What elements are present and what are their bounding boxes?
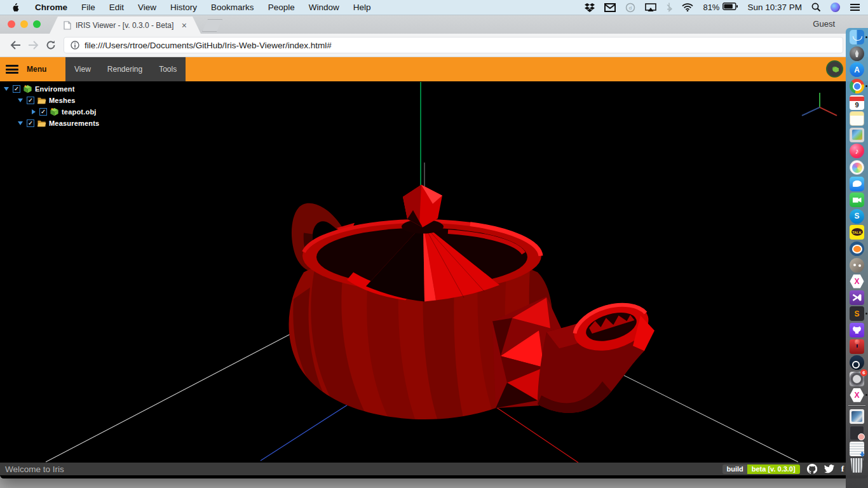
kakaotalk-icon: TALK bbox=[850, 225, 864, 240]
menubar-item-bookmarks[interactable]: Bookmarks bbox=[204, 3, 261, 12]
guest-profile-label[interactable]: Guest bbox=[813, 19, 835, 29]
scene-tree: ✓Enviroment✓Meshes✓teapot.obj✓Measuremen… bbox=[0, 83, 99, 129]
menubar-item-edit[interactable]: Edit bbox=[102, 3, 131, 12]
collapse-arrow-icon[interactable] bbox=[32, 109, 36, 114]
dock-item-app-store[interactable]: A bbox=[846, 62, 868, 78]
close-window-button[interactable] bbox=[8, 20, 15, 28]
bluetooth-icon[interactable] bbox=[666, 3, 672, 12]
dock-item-itunes[interactable]: ♪ bbox=[846, 143, 868, 159]
dock-item-skype[interactable]: S bbox=[846, 208, 868, 225]
document-screenshot-icon bbox=[850, 409, 864, 424]
new-tab-button[interactable] bbox=[202, 19, 222, 32]
tab-title: IRIS Viewer - [v. 0.3.0 - Beta] bbox=[76, 21, 177, 30]
dock-item-openemu[interactable] bbox=[846, 338, 868, 355]
spotlight-icon[interactable] bbox=[811, 3, 821, 12]
document-stack-icon bbox=[850, 442, 864, 456]
dock-item-gimp[interactable] bbox=[846, 257, 868, 273]
menubar-clock[interactable]: Sun 10:37 PM bbox=[747, 3, 802, 12]
dock-item-github-desktop[interactable] bbox=[846, 322, 868, 339]
running-indicator-dot bbox=[865, 85, 867, 87]
dock-item-document-stack[interactable] bbox=[846, 441, 868, 458]
menu-button[interactable]: Menu bbox=[27, 65, 46, 74]
expand-arrow-icon[interactable] bbox=[18, 121, 23, 125]
wifi-icon[interactable] bbox=[682, 3, 693, 11]
dock-item-sublime-text[interactable]: S bbox=[846, 306, 868, 322]
tree-row-measurements: ✓Measurements bbox=[0, 118, 99, 129]
zoom-window-button[interactable] bbox=[33, 20, 41, 28]
menubar-item-people[interactable]: People bbox=[261, 3, 302, 12]
page-info-icon[interactable] bbox=[71, 41, 79, 50]
visibility-checkbox[interactable]: ✓ bbox=[13, 85, 20, 93]
xamarin-studio-icon: X bbox=[850, 388, 864, 402]
back-button[interactable] bbox=[6, 36, 24, 54]
trash-icon bbox=[850, 458, 864, 473]
mail-icon[interactable] bbox=[604, 3, 616, 12]
app-tab-tools[interactable]: Tools bbox=[159, 65, 177, 74]
dock-item-chrome[interactable] bbox=[846, 78, 868, 95]
dock-item-facetime[interactable] bbox=[846, 192, 868, 208]
dock-item-calendar[interactable]: 9 bbox=[846, 94, 868, 111]
siri-icon[interactable] bbox=[831, 3, 840, 12]
forward-button[interactable] bbox=[24, 36, 42, 54]
expand-arrow-icon[interactable] bbox=[18, 98, 23, 102]
dock-item-finder[interactable] bbox=[846, 29, 868, 46]
dock-item-photos[interactable] bbox=[846, 159, 868, 176]
app-tab-view[interactable]: View bbox=[74, 65, 91, 74]
dropbox-icon[interactable] bbox=[585, 3, 595, 12]
3d-viewport-canvas[interactable] bbox=[0, 81, 868, 478]
3d-viewport[interactable]: ✓Enviroment✓Meshes✓teapot.obj✓Measuremen… bbox=[0, 81, 868, 478]
dock-item-document-dark[interactable] bbox=[846, 424, 868, 441]
menubar-item-window[interactable]: Window bbox=[302, 3, 346, 12]
dock-item-visual-studio[interactable] bbox=[846, 290, 868, 306]
dock-item-notes[interactable] bbox=[846, 111, 868, 127]
openemu-icon bbox=[850, 339, 864, 354]
tree-node-label[interactable]: Measurements bbox=[49, 119, 99, 127]
menubar-item-file[interactable]: File bbox=[74, 3, 102, 12]
menubar-item-view[interactable]: View bbox=[131, 3, 163, 12]
tab-close-icon[interactable]: × bbox=[182, 21, 187, 30]
tree-node-label[interactable]: teapot.obj bbox=[62, 108, 97, 116]
dock-item-xamarin-studio[interactable]: X bbox=[846, 387, 868, 403]
hamburger-menu-icon[interactable] bbox=[6, 65, 18, 74]
apple-menu-icon[interactable] bbox=[8, 3, 22, 13]
dock-item-multimedia[interactable] bbox=[846, 127, 868, 144]
address-bar[interactable]: file:///Users/rtroe/Documents/GitHub/Iri… bbox=[64, 37, 843, 53]
visibility-checkbox[interactable]: ✓ bbox=[39, 108, 47, 116]
twitter-icon[interactable] bbox=[824, 464, 834, 473]
browser-tab[interactable]: IRIS Viewer - [v. 0.3.0 - Beta] × bbox=[50, 17, 201, 34]
expand-arrow-icon[interactable] bbox=[4, 87, 9, 91]
app-tab-rendering[interactable]: Rendering bbox=[107, 65, 142, 74]
visibility-checkbox[interactable]: ✓ bbox=[27, 119, 34, 127]
docker-menu-icon[interactable]: d bbox=[625, 3, 635, 13]
dock-item-steam[interactable] bbox=[846, 355, 868, 371]
dock-item-blender[interactable] bbox=[846, 241, 868, 257]
iris-viewer-page: Menu ViewRenderingTools bbox=[0, 57, 868, 478]
dock-item-document-screenshot[interactable] bbox=[846, 409, 868, 425]
dock-item-messages[interactable] bbox=[846, 175, 868, 192]
visibility-checkbox[interactable]: ✓ bbox=[27, 97, 34, 104]
dock-item-launchpad[interactable] bbox=[846, 46, 868, 62]
github-icon[interactable] bbox=[807, 464, 817, 474]
dock-item-kakaotalk[interactable]: TALK bbox=[846, 224, 868, 241]
dock-item-system-preferences[interactable]: 6 bbox=[846, 370, 868, 387]
browser-toolbar: file:///Users/rtroe/Documents/GitHub/Iri… bbox=[0, 34, 868, 57]
running-indicator-dot bbox=[865, 394, 867, 396]
menubar-item-help[interactable]: Help bbox=[346, 3, 378, 12]
macos-dock: A9♪STALKXS6X bbox=[846, 28, 868, 488]
menubar-item-chrome[interactable]: Chrome bbox=[28, 3, 74, 12]
menubar-item-history[interactable]: History bbox=[163, 3, 204, 12]
dock-item-xamarin[interactable]: X bbox=[846, 273, 868, 290]
battery-icon[interactable] bbox=[722, 3, 738, 12]
reload-button[interactable] bbox=[42, 36, 60, 54]
minimize-window-button[interactable] bbox=[20, 20, 28, 28]
messages-icon bbox=[850, 177, 864, 191]
airplay-icon[interactable] bbox=[645, 3, 656, 12]
dock-item-trash[interactable] bbox=[846, 457, 868, 473]
tree-node-label[interactable]: Enviroment bbox=[35, 85, 75, 93]
url-text[interactable]: file:///Users/rtroe/Documents/GitHub/Iri… bbox=[85, 41, 332, 50]
facebook-icon[interactable]: f bbox=[841, 464, 844, 474]
tree-node-label[interactable]: Meshes bbox=[49, 97, 76, 104]
multimedia-icon bbox=[850, 128, 864, 142]
folder-icon bbox=[37, 119, 46, 128]
notification-center-icon[interactable] bbox=[850, 3, 860, 11]
